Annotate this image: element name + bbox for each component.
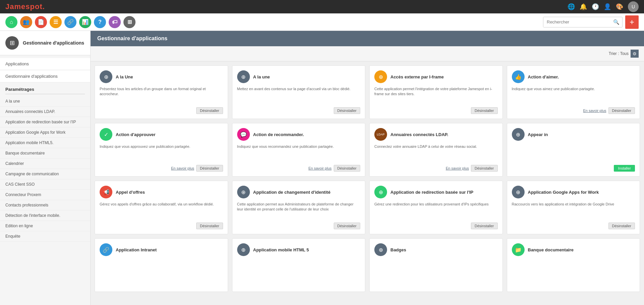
app-footer-recommander: En savoir plus Désinstaller [237,165,361,172]
app-icon-appear: ⊕ [512,128,525,141]
sort-label: Trier : Tous [609,51,629,56]
app-desc-badges [374,259,498,284]
app-icon-googleapps: ⊕ [512,186,525,198]
sidebar-link-applications[interactable]: Applications [0,58,90,70]
app-title-acces: Accès externe par I-frame [390,74,444,79]
app-card-appel: 📢 Appel d'offres Gérez vos appels d'offr… [95,181,228,234]
app-icon-redirection: ⊕ [374,186,387,198]
app-card-recommander: 💬 Action de recommander. Indiquez que vo… [232,123,366,177]
app-title-alune1: A la Une [116,74,133,79]
link-icon[interactable]: 🔗 [64,16,76,28]
search-input[interactable] [543,17,610,27]
app-desc-ldap: Connectez votre annuaire LDAP à celui de… [374,144,498,162]
app-card-appear: ⊕ Appear in Installer [507,123,640,177]
app-desc-appear [512,144,635,162]
app-card-header: ⊕ Application mobile HTML 5 [237,243,361,256]
sort-gear-button[interactable]: ⚙ [631,50,639,58]
sidebar-sub-link-ldap[interactable]: Annuaires connectés LDAP. [0,107,90,117]
app-card-header: ⊕ A la une [237,70,361,83]
sidebar-sub-link-calendrier[interactable]: Calendrier [0,159,90,169]
sidebar-sub-link-detection[interactable]: Détection de l'interface mobile. [0,210,90,221]
desinstaller-button-recommander[interactable]: Désinstaller [334,165,360,172]
palette-icon[interactable]: 🎨 [616,3,623,10]
app-icon-aimer: 👍 [512,70,525,83]
sidebar-sub-link-redirection[interactable]: Application de redirection basée sur l'I… [0,117,90,127]
sidebar-link-gestionnaire[interactable]: Gestionnaire d'applications [0,70,90,82]
desinstaller-button-ldap[interactable]: Désinstaller [471,165,497,172]
desinstaller-button-alune2[interactable]: Désinstaller [334,107,360,114]
clock-icon[interactable]: 🕐 [592,3,599,10]
main-content: Gestionnaire d'applications Trier : Tous… [91,31,644,305]
avatar[interactable]: U [628,1,639,12]
search-button[interactable]: 🔍 [610,17,622,27]
sidebar-header-text: Gestionnaire d'applications [23,40,84,46]
desinstaller-button-acces[interactable]: Désinstaller [471,107,497,114]
sidebar-sub-link-googleapps[interactable]: Application Google Apps for Work [0,127,90,138]
app-icon-intranet: 🔗 [100,243,112,256]
desinstaller-button-googleapps[interactable]: Désinstaller [608,223,635,229]
app-title-googleapps: Application Google Apps for Work [528,190,599,195]
desinstaller-button-changement[interactable]: Désinstaller [334,223,360,229]
bell-icon[interactable]: 🔔 [580,3,587,10]
sidebar-section-title: Paramétrages [0,83,90,94]
app-footer-aimer: En savoir plus Désinstaller [512,107,635,114]
app-card-header: ⊕ Accès externe par I-frame [374,70,498,83]
globe-icon[interactable]: 🌐 [568,3,575,10]
sidebar-sub-link-cas[interactable]: CAS Client SSO [0,179,90,190]
app-icon-appel: 📢 [100,186,112,198]
en-savoir-plus-button-ldap[interactable]: En savoir plus [446,166,469,170]
app-desc-aimer: Indiquez que vous aimez une publication … [512,86,635,104]
app-desc-intranet [100,259,223,284]
app-icon-acces: ⊕ [374,70,387,83]
top-navigation: Jamespot. 🌐 🔔 🕐 👤 🎨 U [0,0,644,13]
list-icon[interactable]: ☰ [50,16,62,28]
app-desc-redirection: Gérez une redirection pour les utilisate… [374,202,498,219]
brand-logo: Jamespot. [5,2,45,11]
grid-icon[interactable]: ⊞ [123,16,136,28]
app-card-acces: ⊕ Accès externe par I-frame Cette applic… [369,65,503,119]
content-toolbar: Trier : Tous ⚙ [91,46,644,61]
desinstaller-button-appel[interactable]: Désinstaller [196,223,223,229]
desinstaller-button-redirection[interactable]: Désinstaller [471,223,497,229]
chart-icon[interactable]: 📊 [79,16,91,28]
sidebar-sub-link-enquete[interactable]: Enquête [0,231,90,242]
help-icon[interactable]: ? [94,16,106,28]
app-card-aimer: 👍 Action d'aimer. Indiquez que vous aime… [507,65,640,119]
app-card-googleapps: ⊕ Application Google Apps for Work Racco… [507,181,640,234]
desinstaller-button-alune1[interactable]: Désinstaller [196,107,223,114]
app-title-approuver: Action d'approuver [116,132,156,137]
app-icon-mobile: ⊕ [237,243,250,256]
app-card-approuver: ✓ Action d'approuver Indiquez que vous a… [95,123,228,177]
app-card-mobile: ⊕ Application mobile HTML 5 [232,238,366,292]
sidebar-sub-link-banque[interactable]: Banque documentaire [0,148,90,159]
sidebar-sub-link-alune[interactable]: A la une [0,96,90,107]
users-icon[interactable]: 👥 [20,16,32,28]
app-card-ldap: LDAP Annuaires connectés LDAP. Connectez… [369,123,503,177]
sidebar-sub-link-campagne[interactable]: Campagne de communication [0,169,90,179]
home-icon[interactable]: ⌂ [5,16,17,28]
app-card-banque: 📁 Banque documentaire [507,238,640,292]
en-savoir-plus-button-aimer[interactable]: En savoir plus [583,109,606,113]
docs-icon[interactable]: 📄 [35,16,47,28]
app-title-banque: Banque documentaire [528,247,574,252]
app-card-alune2: ⊕ A la une Mettez en avant des contenus … [232,65,366,119]
add-button[interactable]: + [625,15,639,29]
app-title-appear: Appear in [528,132,548,137]
desinstaller-button-aimer[interactable]: Désinstaller [608,107,635,114]
sidebar-sub-link-proxem[interactable]: Connecteur Proxem [0,190,90,200]
sidebar: ⊞ Gestionnaire d'applications Applicatio… [0,31,91,305]
sidebar-sub-link-mobile[interactable]: Application mobile HTML5. [0,138,90,148]
tag-icon[interactable]: 🏷 [109,16,121,28]
app-desc-banque [512,259,635,284]
installer-button-appear[interactable]: Installer [614,165,635,172]
app-desc-mobile [237,259,361,284]
sidebar-sub-link-contacts[interactable]: Contacts professionnels [0,200,90,210]
user-icon[interactable]: 👤 [604,3,611,10]
sidebar-sub-link-edition[interactable]: Edition en ligne [0,221,90,231]
app-footer-acces: Désinstaller [374,107,498,114]
en-savoir-plus-button-recommander[interactable]: En savoir plus [308,166,331,170]
app-title-redirection: Application de redirection basée sur l'I… [390,190,473,195]
en-savoir-plus-button-approuver[interactable]: En savoir plus [171,166,194,170]
app-footer-appel: Désinstaller [100,223,223,229]
desinstaller-button-approuver[interactable]: Désinstaller [196,165,223,172]
